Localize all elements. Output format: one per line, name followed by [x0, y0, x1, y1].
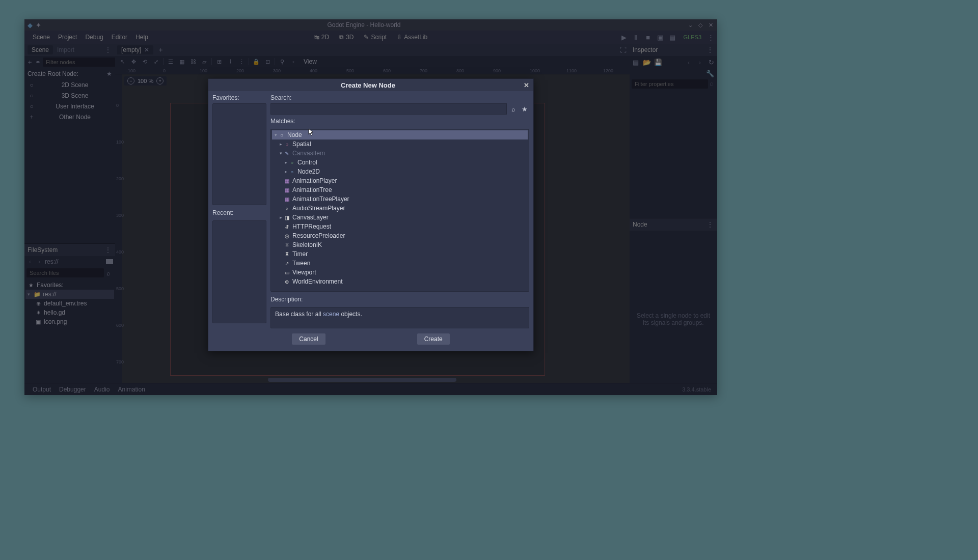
- node-icon: ○: [283, 141, 290, 148]
- mouse-cursor-icon: [308, 128, 314, 136]
- tree-item[interactable]: ▦AnimationTreePlayer: [272, 194, 528, 204]
- dialog-close-icon[interactable]: ✕: [524, 81, 529, 89]
- tree-item[interactable]: ⊕WorldEnvironment: [272, 277, 528, 286]
- node-icon: ▭: [283, 269, 290, 276]
- matches-tree: ▾○Node▸○Spatial▾✎CanvasItem▸○Control▸○No…: [270, 129, 529, 292]
- description-box: Base class for all scene objects.: [270, 307, 529, 328]
- node-icon: ▦: [283, 186, 290, 193]
- cancel-button[interactable]: Cancel: [292, 333, 325, 345]
- toggle-icon[interactable]: ▸: [278, 142, 283, 147]
- node-icon: ▦: [283, 195, 290, 203]
- tree-item[interactable]: ▸○Spatial: [272, 139, 528, 149]
- toggle-icon[interactable]: ▸: [283, 160, 288, 165]
- node-search-input[interactable]: [270, 103, 507, 115]
- tree-item[interactable]: ↗Tween: [272, 259, 528, 268]
- tree-item[interactable]: ⧗Timer: [272, 249, 528, 259]
- node-icon: ◎: [283, 232, 290, 239]
- node-icon: ⧖: [283, 241, 290, 248]
- node-icon: ⧗: [283, 250, 290, 258]
- node-icon: ⇵: [283, 223, 290, 230]
- search-icon: ⌕: [509, 105, 518, 113]
- node-icon: ♪: [283, 205, 290, 212]
- tree-item[interactable]: ▸○Node2D: [272, 167, 528, 176]
- tree-item[interactable]: ▦AnimationTree: [272, 185, 528, 194]
- node-icon: ↗: [283, 260, 290, 267]
- create-node-dialog: Create New Node ✕ Favorites: Recent: Sea…: [208, 78, 534, 351]
- tree-item[interactable]: ⇵HTTPRequest: [272, 222, 528, 231]
- node-icon: ▦: [283, 177, 290, 184]
- toggle-icon[interactable]: ▸: [283, 169, 288, 174]
- toggle-icon[interactable]: ▾: [278, 151, 283, 156]
- tree-item[interactable]: ◎ResourcePreloader: [272, 231, 528, 240]
- tree-item[interactable]: ▦AnimationPlayer: [272, 176, 528, 185]
- recent-label: Recent:: [212, 209, 266, 216]
- dialog-title: Create New Node: [212, 81, 524, 89]
- tree-item[interactable]: ♪AudioStreamPlayer: [272, 204, 528, 213]
- tree-item[interactable]: ▸◨CanvasLayer: [272, 213, 528, 222]
- node-icon: ⊕: [283, 278, 290, 285]
- description-label: Description:: [270, 296, 529, 303]
- node-icon: ○: [278, 131, 285, 138]
- node-icon: ✎: [283, 150, 290, 157]
- search-label: Search:: [270, 94, 529, 101]
- node-icon: ○: [288, 168, 295, 175]
- favorite-toggle-icon[interactable]: ★: [520, 105, 529, 113]
- matches-label: Matches:: [270, 118, 529, 125]
- favorites-label: Favorites:: [212, 94, 266, 101]
- favorites-box: [212, 103, 266, 205]
- tree-item[interactable]: ⧖SkeletonIK: [272, 240, 528, 249]
- toggle-icon[interactable]: ▾: [273, 132, 278, 137]
- tree-item[interactable]: ▾✎CanvasItem: [272, 149, 528, 158]
- tree-item[interactable]: ▭Viewport: [272, 268, 528, 277]
- create-button[interactable]: Create: [417, 333, 450, 345]
- main-window: ◆ ✦ Godot Engine - Hello-world ⌄ ◇ ✕ Sce…: [24, 19, 717, 395]
- recent-box: [212, 220, 266, 323]
- node-icon: ○: [288, 159, 295, 166]
- toggle-icon[interactable]: ▸: [278, 215, 283, 220]
- tree-item[interactable]: ▸○Control: [272, 158, 528, 167]
- node-icon: ◨: [283, 214, 290, 221]
